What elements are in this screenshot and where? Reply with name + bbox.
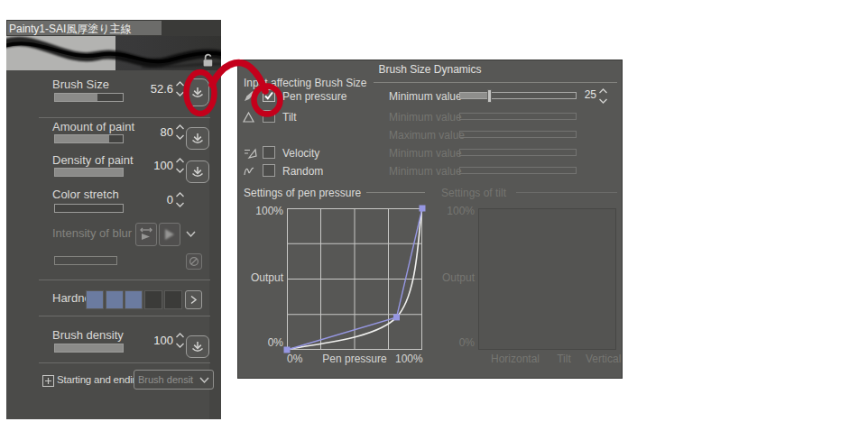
- brush-density-stepper[interactable]: [175, 333, 185, 348]
- min-value-slider-3: [459, 149, 577, 156]
- tilt-settings-label: Settings of tilt: [441, 187, 506, 199]
- blur-disable-button[interactable]: [186, 253, 202, 270]
- panel-header: Painty1-SAI風厚塗り主線: [6, 20, 221, 36]
- blur-arrow-icon: [138, 226, 154, 243]
- group-line: [366, 192, 425, 193]
- color-stretch-stepper[interactable]: [175, 192, 185, 207]
- screenshot-stage: Painty1-SAI風厚塗り主線 Brush Size 52.6: [0, 0, 868, 440]
- density-of-paint-dynamics-button[interactable]: [186, 160, 209, 183]
- chevron-right-icon: [189, 295, 198, 305]
- popup-title: Brush Size Dynamics: [238, 63, 622, 76]
- circle-slash-icon: [189, 256, 199, 267]
- dynamics-arrow-icon: [189, 164, 206, 180]
- blur-direction-button[interactable]: [135, 223, 157, 246]
- brush-density-bar[interactable]: [54, 344, 124, 353]
- pen-pressure-label: Pen pressure: [282, 90, 346, 103]
- max-value-slider: [459, 131, 577, 138]
- amount-of-paint-stepper[interactable]: [175, 124, 185, 140]
- min-value-number[interactable]: 25: [572, 88, 596, 101]
- tilt-graph-x-3: Vertical: [586, 353, 618, 365]
- expand-plus-icon[interactable]: [42, 375, 54, 387]
- separator: [39, 362, 210, 363]
- min-value-stepper[interactable]: [598, 88, 608, 104]
- blur-triangle-icon: [162, 226, 178, 243]
- pen-pressure-curve-editor[interactable]: [287, 208, 422, 350]
- hardness-swatch-2[interactable]: [106, 290, 124, 309]
- brush-density-label: Brush density: [52, 328, 124, 342]
- amount-of-paint-dynamics-button[interactable]: [186, 127, 209, 150]
- blur-dropdown-chevron-icon[interactable]: [185, 229, 197, 238]
- brush-size-bar[interactable]: [54, 93, 124, 102]
- group-line: [374, 82, 617, 83]
- density-of-paint-label: Density of paint: [52, 153, 134, 167]
- pen-graph-x-max: 100%: [395, 353, 423, 365]
- density-of-paint-stepper[interactable]: [175, 158, 185, 173]
- min-value-slider-4: [459, 167, 577, 174]
- min-value-slider-2: [459, 113, 577, 120]
- tilt-icon: [243, 111, 256, 124]
- velocity-checkbox[interactable]: [263, 146, 275, 159]
- check-icon: [263, 90, 274, 101]
- hardness-swatch-3[interactable]: [125, 290, 143, 309]
- pen-pressure-checkbox[interactable]: [263, 89, 275, 102]
- color-stretch-label: Color stretch: [52, 188, 119, 201]
- brush-size-stepper[interactable]: [175, 81, 185, 96]
- hardness-swatch-4[interactable]: [144, 290, 162, 309]
- pen-graph-x-min: 0%: [287, 353, 302, 365]
- hardness-swatch-1[interactable]: [86, 290, 104, 309]
- brush-density-value[interactable]: 100: [128, 334, 173, 347]
- dynamics-arrow-icon: [189, 131, 206, 147]
- density-of-paint-bar[interactable]: [54, 168, 124, 177]
- velocity-icon: [243, 146, 257, 160]
- color-stretch-bar[interactable]: [54, 204, 124, 213]
- brush-size-value[interactable]: 52.6: [128, 82, 173, 96]
- brush-size-dynamics-button[interactable]: [186, 78, 209, 106]
- panel-right-gutter: [209, 20, 221, 419]
- starting-and-ending-dropdown[interactable]: Brush densit: [134, 370, 214, 390]
- hardness-swatch-5[interactable]: [164, 290, 182, 309]
- random-icon: [243, 164, 257, 178]
- pen-graph-x-label: Pen pressure: [314, 353, 395, 365]
- min-value-label-3: Minimum value: [389, 147, 462, 160]
- brush-density-dynamics-button[interactable]: [186, 335, 209, 358]
- tilt-graph-y-min: 0%: [429, 336, 475, 349]
- hardness-expand-button[interactable]: [185, 290, 202, 309]
- min-value-label-4: Minimum value: [389, 165, 462, 178]
- curve-handle: [420, 206, 426, 212]
- brush-stroke-sample: [6, 36, 221, 70]
- tilt-graph-y-label: Output: [429, 271, 475, 284]
- amount-of-paint-label: Amount of paint: [52, 120, 134, 133]
- color-stretch-value[interactable]: 0: [128, 193, 173, 206]
- dynamics-arrow-icon: [189, 339, 206, 355]
- tilt-checkbox[interactable]: [263, 110, 275, 123]
- brush-size-dynamics-popup: Brush Size Dynamics Input affecting Brus…: [237, 60, 623, 379]
- amount-of-paint-bar[interactable]: [54, 134, 124, 143]
- group-line: [516, 192, 617, 193]
- random-checkbox[interactable]: [263, 164, 275, 177]
- pen-pressure-icon: [243, 89, 256, 103]
- amount-of-paint-value[interactable]: 80: [128, 125, 173, 139]
- curve-handle: [393, 314, 400, 320]
- tilt-label: Tilt: [282, 111, 297, 124]
- chevron-down-icon: [199, 375, 210, 384]
- min-value-slider-1[interactable]: [459, 92, 577, 99]
- velocity-label: Velocity: [282, 147, 319, 160]
- random-label: Random: [282, 165, 323, 178]
- pen-graph-y-min: 0%: [238, 336, 283, 349]
- tilt-graph-x-2: Tilt: [550, 353, 577, 365]
- tilt-curve-editor: [478, 208, 616, 350]
- group-input-label: Input affecting Brush Size: [244, 77, 367, 89]
- pen-graph-y-label: Output: [238, 271, 283, 284]
- dropdown-value: Brush densit: [134, 374, 199, 385]
- separator: [39, 316, 210, 316]
- brush-size-label: Brush Size: [52, 78, 109, 91]
- density-of-paint-value[interactable]: 100: [128, 159, 173, 172]
- separator: [39, 280, 210, 280]
- dynamics-arrow-icon: [189, 85, 206, 101]
- brush-preset-title[interactable]: Painty1-SAI風厚塗り主線: [9, 22, 132, 37]
- unlock-icon[interactable]: [201, 52, 216, 68]
- tilt-graph-y-max: 100%: [429, 205, 475, 217]
- blur-value-bar[interactable]: [54, 256, 117, 265]
- tool-property-panel: Painty1-SAI風厚塗り主線 Brush Size 52.6: [6, 20, 221, 419]
- blur-shape-button[interactable]: [159, 223, 180, 246]
